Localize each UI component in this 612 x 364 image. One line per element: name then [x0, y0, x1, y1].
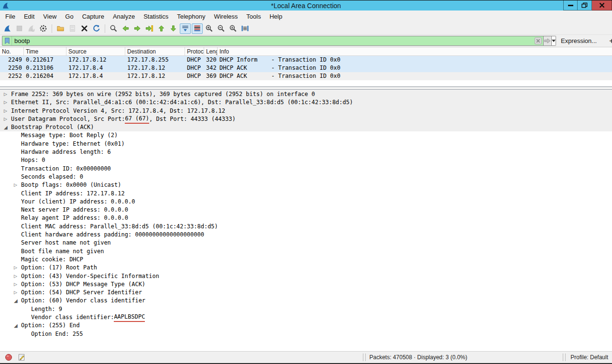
- menu-view[interactable]: View: [39, 11, 61, 21]
- detail-row[interactable]: ◢Bootstrap Protocol (ACK): [0, 123, 612, 131]
- close-file-button[interactable]: [79, 23, 90, 34]
- detail-row[interactable]: ◢Option: (255) End: [0, 321, 612, 330]
- resize-columns-button[interactable]: [240, 23, 251, 34]
- detail-row[interactable]: Seconds elapsed: 0: [0, 173, 612, 181]
- expander-collapsed-icon[interactable]: ▷: [3, 107, 11, 115]
- expander-expanded-icon[interactable]: ◢: [3, 123, 11, 131]
- pane-splitter[interactable]: [0, 86, 612, 90]
- zoom-reset-button[interactable]: [228, 23, 239, 34]
- expert-info-button[interactable]: [4, 353, 13, 362]
- detail-row[interactable]: Relay agent IP address: 0.0.0.0: [0, 214, 612, 222]
- profile-status[interactable]: Profile: Default: [567, 354, 612, 361]
- detail-row[interactable]: Message type: Boot Reply (2): [0, 131, 612, 139]
- packet-list-empty-area[interactable]: [0, 80, 612, 86]
- status-bar-right: Packets: 470508 · Displayed: 3 (0.0%) Pr…: [362, 352, 612, 363]
- detail-row[interactable]: ▷User Datagram Protocol, Src Port: 67 (6…: [0, 115, 612, 123]
- detail-row[interactable]: Hops: 0: [0, 156, 612, 164]
- menu-edit[interactable]: Edit: [20, 11, 39, 21]
- display-filter-input[interactable]: bootp: [2, 36, 543, 46]
- packet-row-2249[interactable]: 22490.212617172.17.8.12172.17.8.255DHCP3…: [0, 56, 612, 64]
- detail-row[interactable]: Transaction ID: 0x00000000: [0, 165, 612, 173]
- zoom-out-button[interactable]: [216, 23, 227, 34]
- detail-row[interactable]: Client IP address: 172.17.8.12: [0, 190, 612, 198]
- expander-expanded-icon[interactable]: ◢: [13, 297, 21, 305]
- menu-analyze[interactable]: Analyze: [109, 11, 139, 21]
- expander-collapsed-icon[interactable]: ▷: [3, 115, 11, 123]
- menu-telephony[interactable]: Telephony: [173, 11, 209, 21]
- expander-collapsed-icon[interactable]: ▷: [13, 272, 21, 280]
- go-to-packet-button[interactable]: [144, 23, 155, 34]
- filter-value[interactable]: bootp: [12, 37, 534, 44]
- filter-clear-button[interactable]: [534, 37, 542, 45]
- expression-button[interactable]: Expression...: [561, 37, 597, 44]
- detail-row[interactable]: ▷Frame 2252: 369 bytes on wire (2952 bit…: [0, 90, 612, 98]
- go-back-button[interactable]: [120, 23, 131, 34]
- filter-apply-button[interactable]: [543, 36, 552, 46]
- close-button[interactable]: [592, 0, 612, 11]
- auto-scroll-button[interactable]: [180, 23, 191, 34]
- detail-row[interactable]: ◢Option: (60) Vendor class identifier: [0, 297, 612, 305]
- detail-row[interactable]: ▷Option: (43) Vendor-Specific Informatio…: [0, 272, 612, 280]
- reload-file-button[interactable]: [91, 23, 102, 34]
- column-header-protoc[interactable]: Protoc: [185, 47, 204, 55]
- column-header-info[interactable]: Info: [218, 47, 612, 55]
- restore-button[interactable]: [578, 0, 592, 11]
- detail-row[interactable]: ▷Option: (54) DHCP Server Identifier: [0, 289, 612, 297]
- minimize-button[interactable]: [563, 0, 578, 11]
- detail-row[interactable]: ▷Bootp flags: 0x0000 (Unicast): [0, 181, 612, 189]
- detail-row[interactable]: ▷Option: (53) DHCP Message Type (ACK): [0, 280, 612, 289]
- filter-bookmark-icon[interactable]: [2, 36, 12, 45]
- detail-row[interactable]: Client MAC address: Parallel_33:8d:d5 (0…: [0, 223, 612, 231]
- detail-row[interactable]: Client hardware address padding: 0000000…: [0, 231, 612, 239]
- menu-help[interactable]: Help: [265, 11, 287, 21]
- capture-options-button[interactable]: [38, 23, 49, 34]
- detail-row[interactable]: ▷Internet Protocol Version 4, Src: 172.1…: [0, 107, 612, 115]
- packet-row-2250[interactable]: 22500.213106172.17.8.4172.17.8.12DHCP342…: [0, 64, 612, 72]
- restart-capture-button[interactable]: [26, 23, 37, 34]
- expander-collapsed-icon[interactable]: ▷: [3, 98, 11, 107]
- go-last-packet-button[interactable]: [168, 23, 179, 34]
- detail-row[interactable]: Hardware type: Ethernet (0x01): [0, 140, 612, 148]
- detail-row[interactable]: Your (client) IP address: 0.0.0.0: [0, 198, 612, 206]
- expander-collapsed-icon[interactable]: ▷: [13, 289, 21, 297]
- packet-row-2252[interactable]: 22520.216204172.17.8.4172.17.8.12DHCP369…: [0, 72, 612, 80]
- detail-row[interactable]: Vendor class identifier: AAPLBSDPC: [0, 313, 612, 321]
- save-file-button[interactable]: [67, 23, 78, 34]
- menu-go[interactable]: Go: [61, 11, 77, 21]
- expander-expanded-icon[interactable]: ◢: [13, 321, 21, 330]
- expander-collapsed-icon[interactable]: ▷: [13, 264, 21, 272]
- detail-row[interactable]: Length: 9: [0, 305, 612, 313]
- menu-capture[interactable]: Capture: [78, 11, 109, 21]
- detail-row[interactable]: ▷Ethernet II, Src: Parallel_d4:a1:c6 (00…: [0, 98, 612, 107]
- menu-statistics[interactable]: Statistics: [139, 11, 173, 21]
- detail-row[interactable]: Option End: 255: [0, 330, 612, 338]
- expander-collapsed-icon[interactable]: ▷: [3, 90, 11, 98]
- start-capture-button[interactable]: [2, 23, 13, 34]
- zoom-in-button[interactable]: [204, 23, 215, 34]
- detail-row[interactable]: ▷Option: (17) Root Path: [0, 264, 612, 272]
- expander-collapsed-icon[interactable]: ▷: [13, 280, 21, 289]
- add-filter-button[interactable]: +: [606, 37, 612, 45]
- menu-file[interactable]: File: [1, 11, 20, 21]
- go-first-packet-button[interactable]: [156, 23, 167, 34]
- column-header-destination[interactable]: Destination: [125, 47, 185, 55]
- go-forward-button[interactable]: [132, 23, 143, 34]
- detail-row[interactable]: Hardware address length: 6: [0, 148, 612, 156]
- detail-row[interactable]: Next server IP address: 0.0.0.0: [0, 206, 612, 214]
- detail-row[interactable]: Boot file name not given: [0, 247, 612, 256]
- stop-capture-button[interactable]: [14, 23, 25, 34]
- find-packet-button[interactable]: [108, 23, 119, 34]
- detail-row[interactable]: Magic cookie: DHCP: [0, 256, 612, 264]
- expander-collapsed-icon[interactable]: ▷: [13, 181, 21, 189]
- column-header-lengt[interactable]: Lengt: [204, 47, 218, 55]
- open-file-button[interactable]: [55, 23, 66, 34]
- column-header-source[interactable]: Source: [66, 47, 125, 55]
- detail-row[interactable]: Server host name not given: [0, 239, 612, 247]
- filter-history-dropdown[interactable]: [552, 36, 556, 46]
- colorize-button[interactable]: [192, 23, 203, 34]
- menu-wireless[interactable]: Wireless: [209, 11, 242, 21]
- menu-tools[interactable]: Tools: [242, 11, 265, 21]
- capture-comment-button[interactable]: [17, 353, 26, 362]
- column-header-time[interactable]: Time: [24, 47, 66, 55]
- column-header-no[interactable]: No.: [0, 47, 24, 55]
